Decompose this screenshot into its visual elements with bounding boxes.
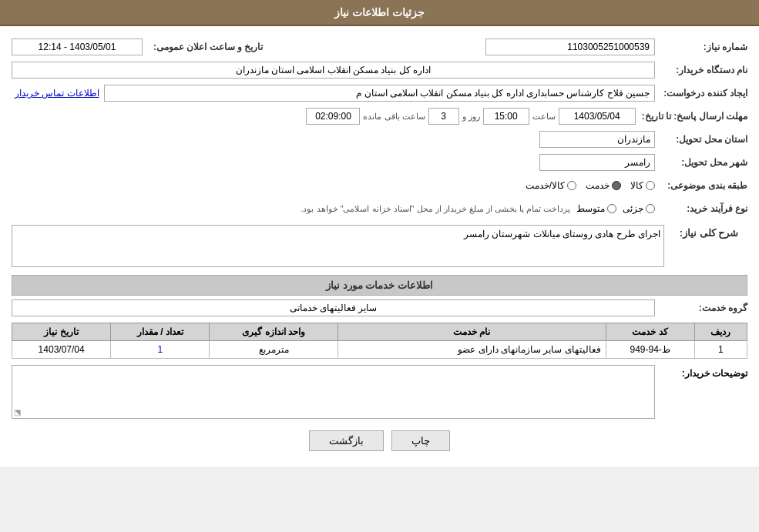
service-group-value: سایر فعالیتهای خدماتی bbox=[12, 299, 655, 316]
category-kala-khedmat-radio[interactable] bbox=[567, 181, 576, 190]
org-name-value: اداره کل بنیاد مسکن انقلاب اسلامی استان … bbox=[12, 62, 655, 79]
cell-count: 1 bbox=[111, 341, 210, 359]
buyer-desc-label: توضیحات خریدار: bbox=[655, 365, 747, 379]
deadline-label: مهلت ارسال پاسخ: تا تاریخ: bbox=[636, 111, 747, 122]
cell-unit: مترمربع bbox=[210, 341, 338, 359]
process-jozei-radio[interactable] bbox=[646, 204, 655, 213]
buyer-desc-box: ⬔ bbox=[12, 365, 655, 419]
cell-service-name: فعالیتهای سایر سازمانهای دارای عضو bbox=[338, 341, 606, 359]
deadline-days-label: روز و bbox=[462, 112, 480, 122]
description-value: اجرای طرح هادی روستای میانلات شهرستان را… bbox=[12, 225, 664, 267]
col-row-num: ردیف bbox=[694, 323, 747, 341]
services-table-section: ردیف کد خدمت نام خدمت واحد اندازه گیری ت… bbox=[12, 323, 747, 359]
category-kala-khedmat[interactable]: کالا/خدمت bbox=[526, 180, 576, 191]
creator-label: ایجاد کننده درخواست: bbox=[655, 88, 747, 99]
description-section-label: شرح کلی نیاز: bbox=[670, 225, 747, 241]
process-options-row: جزئی متوسط پرداخت تمام یا بخشی از مبلغ خ… bbox=[301, 203, 655, 214]
cell-date: 1403/07/04 bbox=[12, 341, 111, 359]
col-service-code: کد خدمت bbox=[606, 323, 694, 341]
category-kala-radio[interactable] bbox=[646, 181, 655, 190]
description-row: شرح کلی نیاز: اجرای طرح هادی روستای میان… bbox=[12, 225, 747, 267]
services-section-title: اطلاعات خدمات مورد نیاز bbox=[12, 275, 747, 296]
province-value: مازندران bbox=[539, 131, 655, 148]
services-table: ردیف کد خدمت نام خدمت واحد اندازه گیری ت… bbox=[12, 323, 747, 359]
need-number-value: 1103005251000539 bbox=[485, 38, 655, 55]
deadline-row: مهلت ارسال پاسخ: تا تاریخ: 1403/05/04 سا… bbox=[12, 106, 747, 126]
deadline-time-label: ساعت bbox=[532, 112, 556, 122]
announce-date-label: تاریخ و ساعت اعلان عمومی: bbox=[147, 42, 263, 52]
deadline-date: 1403/05/04 bbox=[559, 108, 636, 125]
province-row: استان محل تحویل: مازندران bbox=[12, 129, 747, 149]
category-khedmat[interactable]: خدمت bbox=[586, 180, 621, 191]
col-service-name: نام خدمت bbox=[338, 323, 606, 341]
deadline-hours-label: ساعت باقی مانده bbox=[363, 112, 425, 122]
process-jozei[interactable]: جزئی bbox=[623, 203, 655, 214]
back-button[interactable]: بازگشت bbox=[309, 430, 384, 451]
process-motevaset-radio[interactable] bbox=[607, 204, 616, 213]
buyer-desc-resize-icon: ⬔ bbox=[14, 408, 21, 417]
cell-row-num: 1 bbox=[694, 341, 747, 359]
buyer-desc-row: توضیحات خریدار: ⬔ bbox=[12, 365, 747, 419]
announce-date-value: 1403/05/01 - 12:14 bbox=[12, 38, 143, 55]
process-motevaset[interactable]: متوسط bbox=[576, 203, 616, 214]
col-unit: واحد اندازه گیری bbox=[210, 323, 338, 341]
header-title: جزئیات اطلاعات نیاز bbox=[334, 6, 425, 18]
description-container: اجرای طرح هادی روستای میانلات شهرستان را… bbox=[12, 225, 664, 267]
process-label: نوع فرآیند خرید: bbox=[655, 203, 747, 214]
table-row: 1 ط-94-949 فعالیتهای سایر سازمانهای دارا… bbox=[12, 341, 747, 359]
creator-link[interactable]: اطلاعات تماس خریدار bbox=[15, 88, 99, 99]
province-label: استان محل تحویل: bbox=[655, 134, 747, 145]
page-header: جزئیات اطلاعات نیاز bbox=[0, 0, 759, 26]
category-label: طبقه بندی موضوعی: bbox=[655, 180, 747, 191]
category-row: طبقه بندی موضوعی: کالا خدمت کالا/خدمت bbox=[12, 176, 747, 196]
deadline-time: 15:00 bbox=[483, 108, 529, 125]
city-label: شهر محل تحویل: bbox=[655, 157, 747, 168]
cell-service-code: ط-94-949 bbox=[606, 341, 694, 359]
process-motevaset-label: متوسط bbox=[576, 203, 605, 214]
deadline-hours: 02:09:00 bbox=[306, 108, 360, 125]
col-count: تعداد / مقدار bbox=[111, 323, 210, 341]
need-number-label: شماره نیاز: bbox=[655, 42, 747, 52]
print-button[interactable]: چاپ bbox=[391, 430, 450, 451]
service-group-row: گروه خدمت: سایر فعالیتهای خدماتی bbox=[12, 299, 747, 316]
creator-value: جسین فلاح کارشناس حسابداری اداره کل بنیا… bbox=[104, 85, 655, 102]
process-jozei-label: جزئی bbox=[623, 203, 643, 214]
table-header-row: ردیف کد خدمت نام خدمت واحد اندازه گیری ت… bbox=[12, 323, 747, 341]
city-row: شهر محل تحویل: رامسر bbox=[12, 152, 747, 172]
category-radio-group: کالا خدمت کالا/خدمت bbox=[526, 180, 655, 191]
category-kala[interactable]: کالا bbox=[630, 180, 655, 191]
category-khedmat-radio[interactable] bbox=[612, 181, 621, 190]
need-number-row: شماره نیاز: 1103005251000539 تاریخ و ساع… bbox=[12, 37, 747, 57]
category-kala-khedmat-label: کالا/خدمت bbox=[526, 180, 565, 191]
deadline-days: 3 bbox=[428, 108, 459, 125]
org-name-row: نام دستگاه خریدار: اداره کل بنیاد مسکن ا… bbox=[12, 60, 747, 80]
col-date: تاریخ نیاز bbox=[12, 323, 111, 341]
creator-row: ایجاد کننده درخواست: جسین فلاح کارشناس ح… bbox=[12, 83, 747, 103]
category-kala-label: کالا bbox=[630, 180, 643, 191]
category-khedmat-label: خدمت bbox=[586, 180, 610, 191]
deadline-date-row: 1403/05/04 ساعت 15:00 روز و 3 ساعت باقی … bbox=[306, 108, 635, 125]
service-group-label: گروه خدمت: bbox=[655, 303, 747, 313]
process-note: پرداخت تمام یا بخشی از مبلغ خریدار از مح… bbox=[301, 204, 570, 214]
process-row: نوع فرآیند خرید: جزئی متوسط پرداخت تمام … bbox=[12, 199, 747, 219]
city-value: رامسر bbox=[539, 154, 655, 171]
buttons-row: چاپ بازگشت bbox=[12, 430, 747, 451]
org-name-label: نام دستگاه خریدار: bbox=[655, 65, 747, 75]
